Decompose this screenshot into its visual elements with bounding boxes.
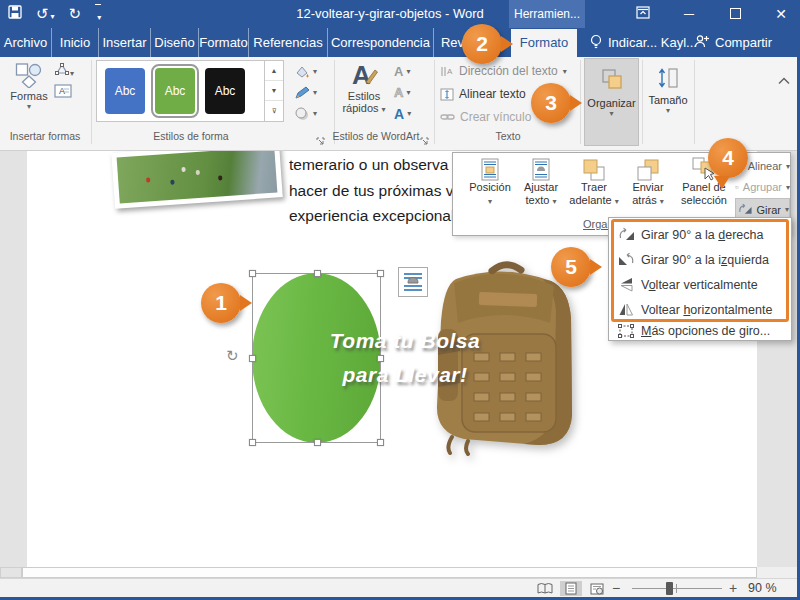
web-layout-button[interactable]: [586, 581, 608, 596]
group-label-wordart: Estilos de WordArt: [326, 130, 426, 142]
tell-me-box[interactable]: Indicar... Kayl...: [590, 28, 697, 57]
callout-tail: [590, 259, 602, 275]
chevron-down-icon: ▾: [615, 197, 619, 206]
group-button[interactable]: Agrupar▾: [735, 177, 790, 197]
zoom-slider-thumb[interactable]: [666, 582, 673, 595]
ribbon-display-options-button[interactable]: [632, 6, 654, 22]
selection-handle-bottom-middle[interactable]: [314, 439, 321, 446]
zoom-slider-track[interactable]: [632, 588, 722, 589]
wordart-text-line1[interactable]: Toma tu Bolsa: [295, 329, 515, 353]
zoom-level[interactable]: 90 %: [748, 581, 794, 595]
contextual-tab-group-label: Herramien...: [509, 0, 585, 28]
edit-shape-button[interactable]: ▾: [54, 62, 74, 80]
tab-insertar[interactable]: Insertar: [99, 28, 151, 57]
paragraph-text[interactable]: temerario o un observa hacer de tus próx…: [289, 152, 455, 229]
save-icon[interactable]: [8, 5, 22, 23]
callout-tail: [570, 95, 582, 111]
menu-item-more-rotation-options[interactable]: Más opciones de giro...: [611, 322, 789, 340]
share-button[interactable]: Compartir: [694, 28, 772, 57]
callout-4: 4: [708, 138, 748, 178]
qat-customize-button[interactable]: ▾: [95, 4, 101, 24]
gallery-more-button[interactable]: ⊽: [265, 101, 283, 121]
callout-tail: [714, 176, 730, 189]
rotate-label: Girar: [757, 204, 781, 216]
text-fill-button[interactable]: A▾: [392, 62, 432, 81]
shape-effects-button[interactable]: ▾: [292, 104, 332, 123]
redo-button[interactable]: ↻: [69, 0, 82, 28]
gallery-scroll-down[interactable]: ▼: [265, 81, 283, 101]
shapes-button[interactable]: Formas ▾: [6, 60, 52, 128]
text-box-button[interactable]: A: [54, 84, 72, 102]
selection-handle-middle-left[interactable]: [249, 355, 256, 362]
wordart-quick-styles-button[interactable]: A Estilos rápidos ▾: [340, 60, 388, 128]
close-button[interactable]: ✕: [770, 6, 792, 22]
text-effects-button[interactable]: A▾: [392, 104, 432, 123]
read-mode-button[interactable]: [534, 581, 556, 596]
callout-tail: [240, 295, 252, 311]
position-button[interactable]: Posición ▾: [465, 155, 515, 213]
selection-handle-top-right[interactable]: [377, 270, 384, 277]
print-layout-button[interactable]: [560, 581, 582, 596]
horizontal-scrollbar-thumb[interactable]: [22, 567, 757, 578]
selection-handle-middle-right[interactable]: [377, 355, 384, 362]
create-link-button[interactable]: Crear vínculo: [440, 108, 531, 126]
zoom-in-button[interactable]: +: [729, 580, 737, 596]
selection-handle-top-middle[interactable]: [314, 270, 321, 277]
chevron-down-icon: ▾: [6, 102, 52, 111]
zoom-out-button[interactable]: −: [612, 580, 620, 596]
tab-formato-doc[interactable]: Formato: [199, 28, 249, 57]
organize-label: Organizar: [585, 97, 638, 109]
size-button[interactable]: Tamaño ▾: [645, 58, 691, 146]
size-icon: [645, 58, 691, 92]
tab-referencias[interactable]: Referencias: [249, 28, 328, 57]
layout-options-button[interactable]: [398, 267, 428, 297]
organize-icon: [585, 59, 638, 93]
shape-selection-box: [252, 273, 381, 443]
shape-outline-button[interactable]: ▾: [292, 83, 332, 102]
maximize-button[interactable]: [724, 6, 746, 22]
selection-handle-top-left[interactable]: [249, 270, 256, 277]
rotate-handle-icon[interactable]: ↻: [226, 347, 239, 365]
ribbon-tab-row: Archivo Inicio Insertar Diseño Formato R…: [0, 28, 800, 57]
horizontal-scrollbar[interactable]: [0, 567, 797, 578]
text-direction-icon: A: [440, 65, 454, 78]
send-backward-button[interactable]: Enviar atrás ▾: [623, 155, 673, 213]
shape-style-chip-blue[interactable]: Abc: [105, 68, 145, 114]
selection-handle-bottom-left[interactable]: [249, 439, 256, 446]
undo-button[interactable]: ↺▾: [36, 0, 55, 28]
gallery-scroll-up[interactable]: ▲: [265, 61, 283, 81]
dialog-launcher-icon[interactable]: [316, 132, 326, 142]
group-label: Agrupar: [743, 181, 782, 193]
tab-formato-drawing-tools[interactable]: Formato: [511, 29, 577, 57]
shape-fill-button[interactable]: ▾: [292, 62, 332, 81]
wordart-text-line2[interactable]: para Llevar!: [295, 363, 515, 387]
text-outline-button[interactable]: A▾: [392, 83, 432, 102]
position-label: Posición: [465, 181, 515, 194]
tab-archivo[interactable]: Archivo: [0, 28, 52, 57]
tab-correspondencia[interactable]: Correspondencia: [328, 28, 434, 57]
tab-inicio[interactable]: Inicio: [52, 28, 99, 57]
organize-button[interactable]: Organizar ▾: [584, 58, 639, 146]
pencil-icon: [294, 86, 310, 100]
chevron-down-icon: ▾: [488, 197, 492, 206]
wrap-text-button[interactable]: Ajustar texto ▾: [517, 155, 565, 213]
layout-options-icon: [402, 271, 424, 293]
shape-style-chip-black[interactable]: Abc: [205, 68, 245, 114]
shape-style-chip-green-selected[interactable]: Abc: [155, 68, 195, 114]
collapse-ribbon-icon[interactable]: [778, 71, 790, 89]
send-backward-label: Enviar: [623, 181, 673, 194]
dialog-launcher-icon[interactable]: [420, 132, 430, 142]
tab-diseno[interactable]: Diseño: [151, 28, 199, 57]
text-direction-button[interactable]: A Dirección del texto▾: [440, 62, 567, 80]
minimize-button[interactable]: ─: [678, 6, 700, 22]
highlight-rectangle: [611, 219, 789, 322]
group-separator: [694, 60, 695, 144]
scrollbar-corner: [0, 567, 22, 578]
bring-forward-button[interactable]: Traer adelante ▾: [567, 155, 621, 213]
align-text-button[interactable]: Alinear texto: [440, 85, 526, 103]
wordart-a-icon: A: [340, 60, 388, 90]
gallery-scroll-column: ▲ ▼ ⊽: [264, 61, 283, 121]
selection-handle-bottom-right[interactable]: [377, 439, 384, 446]
bring-forward-label: Traer: [567, 181, 621, 194]
paragraph-line: temerario o un observa: [289, 152, 455, 178]
